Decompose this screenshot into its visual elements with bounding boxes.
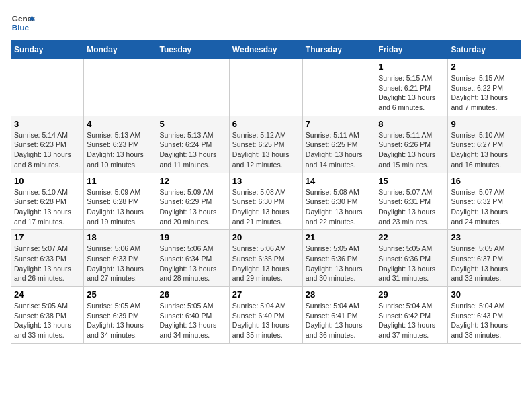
empty-cell <box>229 59 302 116</box>
day-info: Sunrise: 5:07 AMSunset: 6:33 PMDaylight:… <box>14 244 81 283</box>
day-cell-26: 26Sunrise: 5:05 AMSunset: 6:40 PMDayligh… <box>157 287 229 344</box>
day-number: 5 <box>160 119 226 129</box>
day-number: 4 <box>87 119 153 129</box>
empty-cell <box>157 59 229 116</box>
day-cell-19: 19Sunrise: 5:06 AMSunset: 6:34 PMDayligh… <box>157 230 229 287</box>
day-number: 28 <box>306 289 373 300</box>
day-info: Sunrise: 5:15 AMSunset: 6:21 PMDaylight:… <box>378 73 445 113</box>
day-info: Sunrise: 5:07 AMSunset: 6:32 PMDaylight:… <box>451 187 518 227</box>
day-header-saturday: Saturday <box>448 41 521 59</box>
day-info: Sunrise: 5:11 AMSunset: 6:26 PMDaylight:… <box>378 130 445 170</box>
day-number: 7 <box>306 119 373 129</box>
day-header-thursday: Thursday <box>302 41 375 59</box>
day-cell-10: 10Sunrise: 5:10 AMSunset: 6:28 PMDayligh… <box>11 173 84 230</box>
day-number: 14 <box>306 176 373 186</box>
logo: General Blue <box>11 11 35 35</box>
svg-text:Blue: Blue <box>12 23 30 32</box>
day-cell-11: 11Sunrise: 5:09 AMSunset: 6:28 PMDayligh… <box>84 173 157 230</box>
day-info: Sunrise: 5:11 AMSunset: 6:25 PMDaylight:… <box>306 130 373 170</box>
day-cell-15: 15Sunrise: 5:07 AMSunset: 6:31 PMDayligh… <box>375 173 448 230</box>
day-cell-4: 4Sunrise: 5:13 AMSunset: 6:23 PMDaylight… <box>84 116 157 173</box>
day-number: 21 <box>306 232 373 242</box>
day-info: Sunrise: 5:15 AMSunset: 6:22 PMDaylight:… <box>451 73 518 113</box>
day-info: Sunrise: 5:05 AMSunset: 6:40 PMDaylight:… <box>160 301 226 340</box>
day-header-friday: Friday <box>375 41 448 59</box>
day-cell-30: 30Sunrise: 5:04 AMSunset: 6:43 PMDayligh… <box>448 287 521 344</box>
day-cell-13: 13Sunrise: 5:08 AMSunset: 6:30 PMDayligh… <box>229 173 302 230</box>
day-number: 27 <box>232 289 300 300</box>
day-header-wednesday: Wednesday <box>229 41 302 59</box>
day-info: Sunrise: 5:13 AMSunset: 6:24 PMDaylight:… <box>160 130 226 170</box>
day-info: Sunrise: 5:10 AMSunset: 6:27 PMDaylight:… <box>451 130 518 170</box>
day-cell-18: 18Sunrise: 5:06 AMSunset: 6:33 PMDayligh… <box>84 230 157 287</box>
day-number: 30 <box>451 289 518 300</box>
day-cell-21: 21Sunrise: 5:05 AMSunset: 6:36 PMDayligh… <box>302 230 375 287</box>
day-number: 1 <box>378 62 445 72</box>
day-number: 2 <box>451 62 518 72</box>
day-cell-14: 14Sunrise: 5:08 AMSunset: 6:30 PMDayligh… <box>302 173 375 230</box>
day-cell-2: 2Sunrise: 5:15 AMSunset: 6:22 PMDaylight… <box>448 59 521 116</box>
week-row-4: 17Sunrise: 5:07 AMSunset: 6:33 PMDayligh… <box>11 230 521 287</box>
day-info: Sunrise: 5:05 AMSunset: 6:36 PMDaylight:… <box>306 244 373 283</box>
day-number: 16 <box>451 176 518 186</box>
day-number: 12 <box>160 176 226 186</box>
day-info: Sunrise: 5:08 AMSunset: 6:30 PMDaylight:… <box>306 187 373 227</box>
day-cell-23: 23Sunrise: 5:05 AMSunset: 6:37 PMDayligh… <box>448 230 521 287</box>
week-row-3: 10Sunrise: 5:10 AMSunset: 6:28 PMDayligh… <box>11 173 521 230</box>
day-info: Sunrise: 5:06 AMSunset: 6:34 PMDaylight:… <box>160 244 226 283</box>
day-number: 29 <box>378 289 445 300</box>
day-number: 20 <box>232 232 300 242</box>
day-cell-9: 9Sunrise: 5:10 AMSunset: 6:27 PMDaylight… <box>448 116 521 173</box>
day-cell-7: 7Sunrise: 5:11 AMSunset: 6:25 PMDaylight… <box>302 116 375 173</box>
day-cell-29: 29Sunrise: 5:04 AMSunset: 6:42 PMDayligh… <box>375 287 448 344</box>
day-info: Sunrise: 5:12 AMSunset: 6:25 PMDaylight:… <box>232 130 300 170</box>
day-cell-12: 12Sunrise: 5:09 AMSunset: 6:29 PMDayligh… <box>157 173 229 230</box>
day-header-sunday: Sunday <box>11 41 84 59</box>
day-cell-5: 5Sunrise: 5:13 AMSunset: 6:24 PMDaylight… <box>157 116 229 173</box>
day-number: 19 <box>160 232 226 242</box>
day-info: Sunrise: 5:04 AMSunset: 6:40 PMDaylight:… <box>232 301 300 340</box>
day-number: 25 <box>87 289 153 300</box>
day-header-tuesday: Tuesday <box>157 41 229 59</box>
day-number: 11 <box>87 176 153 186</box>
day-cell-3: 3Sunrise: 5:14 AMSunset: 6:23 PMDaylight… <box>11 116 84 173</box>
day-info: Sunrise: 5:14 AMSunset: 6:23 PMDaylight:… <box>14 130 81 170</box>
calendar: SundayMondayTuesdayWednesdayThursdayFrid… <box>11 40 521 344</box>
empty-cell <box>11 59 84 116</box>
week-row-2: 3Sunrise: 5:14 AMSunset: 6:23 PMDaylight… <box>11 116 521 173</box>
week-row-5: 24Sunrise: 5:05 AMSunset: 6:38 PMDayligh… <box>11 287 521 344</box>
day-number: 22 <box>378 232 445 242</box>
day-cell-8: 8Sunrise: 5:11 AMSunset: 6:26 PMDaylight… <box>375 116 448 173</box>
empty-cell <box>84 59 157 116</box>
day-info: Sunrise: 5:04 AMSunset: 6:43 PMDaylight:… <box>451 301 518 340</box>
day-info: Sunrise: 5:05 AMSunset: 6:37 PMDaylight:… <box>451 244 518 283</box>
day-number: 8 <box>378 119 445 129</box>
day-number: 17 <box>14 232 81 242</box>
day-info: Sunrise: 5:09 AMSunset: 6:29 PMDaylight:… <box>160 187 226 227</box>
day-info: Sunrise: 5:08 AMSunset: 6:30 PMDaylight:… <box>232 187 300 227</box>
day-cell-22: 22Sunrise: 5:05 AMSunset: 6:36 PMDayligh… <box>375 230 448 287</box>
day-number: 24 <box>14 289 81 300</box>
day-number: 9 <box>451 119 518 129</box>
day-number: 26 <box>160 289 226 300</box>
empty-cell <box>302 59 375 116</box>
day-cell-1: 1Sunrise: 5:15 AMSunset: 6:21 PMDaylight… <box>375 59 448 116</box>
day-info: Sunrise: 5:13 AMSunset: 6:23 PMDaylight:… <box>87 130 153 170</box>
day-number: 10 <box>14 176 81 186</box>
logo-icon: General Blue <box>11 11 35 35</box>
day-number: 6 <box>232 119 300 129</box>
day-cell-24: 24Sunrise: 5:05 AMSunset: 6:38 PMDayligh… <box>11 287 84 344</box>
day-info: Sunrise: 5:04 AMSunset: 6:42 PMDaylight:… <box>378 301 445 340</box>
week-row-1: 1Sunrise: 5:15 AMSunset: 6:21 PMDaylight… <box>11 59 521 116</box>
day-info: Sunrise: 5:04 AMSunset: 6:41 PMDaylight:… <box>306 301 373 340</box>
day-cell-17: 17Sunrise: 5:07 AMSunset: 6:33 PMDayligh… <box>11 230 84 287</box>
day-cell-27: 27Sunrise: 5:04 AMSunset: 6:40 PMDayligh… <box>229 287 302 344</box>
day-info: Sunrise: 5:09 AMSunset: 6:28 PMDaylight:… <box>87 187 153 227</box>
day-cell-16: 16Sunrise: 5:07 AMSunset: 6:32 PMDayligh… <box>448 173 521 230</box>
day-info: Sunrise: 5:07 AMSunset: 6:31 PMDaylight:… <box>378 187 445 227</box>
day-info: Sunrise: 5:06 AMSunset: 6:33 PMDaylight:… <box>87 244 153 283</box>
day-header-monday: Monday <box>84 41 157 59</box>
day-cell-25: 25Sunrise: 5:05 AMSunset: 6:39 PMDayligh… <box>84 287 157 344</box>
day-number: 3 <box>14 119 81 129</box>
day-cell-28: 28Sunrise: 5:04 AMSunset: 6:41 PMDayligh… <box>302 287 375 344</box>
